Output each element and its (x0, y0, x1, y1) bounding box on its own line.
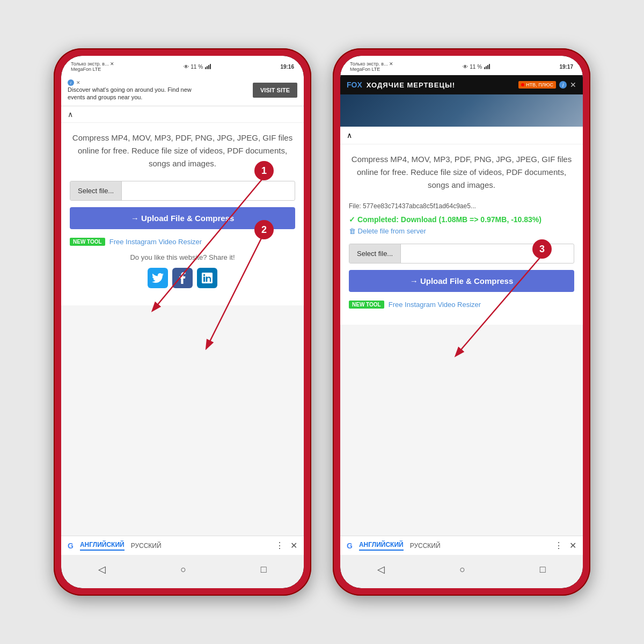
file-info-text: File: 577ee83c71437abca8c5f1ad64c9ae5... (349, 202, 574, 210)
delete-text[interactable]: 🗑 Delete file from server (349, 227, 574, 235)
file-input-display-1 (122, 185, 295, 196)
ntv-label: НТВ, ПЛЮС (526, 82, 553, 87)
linkedin-icon[interactable] (197, 268, 217, 288)
phone-1: Только экстр. в... ✕ MegaFon LTE 👁 11 % … (54, 48, 311, 596)
status-bar-1: Только экстр. в... ✕ MegaFon LTE 👁 11 % … (61, 56, 304, 75)
upload-compress-button-1[interactable]: → Upload File & Compress (70, 207, 295, 229)
signal-bars (205, 64, 211, 69)
fox-close-icon[interactable]: ✕ (570, 80, 576, 89)
main-content-2: Compress MP4, MOV, MP3, PDF, PNG, JPG, J… (340, 144, 583, 325)
status-center: 👁 11 % (184, 64, 211, 70)
new-tool-row-2: NEW TOOL Free Instagram Video Resizer (349, 301, 574, 309)
tool-link-2[interactable]: Free Instagram Video Resizer (389, 301, 481, 309)
status-left-bottom-2: MegaFon LTE (350, 67, 393, 72)
google-translate-icon: G (68, 541, 74, 550)
fox-logo: FOX (347, 80, 362, 89)
status-time-2: 19:17 (559, 64, 573, 70)
info-icon: i (68, 79, 74, 86)
new-tool-badge-1: NEW TOOL (70, 238, 105, 246)
inactive-language-2[interactable]: РУССКИЙ (410, 542, 441, 550)
ad-banner-1: i ✕ Discover what's going on around you.… (61, 75, 304, 106)
fox-info-icon: i (559, 81, 567, 89)
google-translate-icon-2: G (347, 541, 353, 550)
tool-link-1[interactable]: Free Instagram Video Resizer (109, 238, 202, 246)
active-language-2[interactable]: АНГЛИЙСКИЙ (359, 541, 404, 551)
file-input-display-2 (401, 248, 574, 259)
ntv-badge: НТВ, ПЛЮС (518, 81, 556, 89)
main-content-1: Compress MP4, MOV, MP3, PDF, PNG, JPG, J… (61, 123, 304, 305)
status-bar-2: Только экстр. в... ✕ MegaFon LTE 👁 11 % … (340, 56, 583, 75)
new-tool-row-1: NEW TOOL Free Instagram Video Resizer (70, 238, 295, 246)
status-left-top-2: Только экстр. в... ✕ (350, 61, 393, 67)
translate-close-button-2[interactable]: ✕ (569, 540, 576, 551)
translate-menu-dots-2[interactable]: ⋮ (554, 540, 563, 551)
upload-compress-button-2[interactable]: → Upload File & Compress (349, 270, 574, 292)
signal-bars-2 (484, 64, 490, 69)
facebook-icon[interactable] (172, 268, 193, 288)
fox-ad: FOX ХОДЯЧИЕ МЕРТВЕЦЫ! НТВ, ПЛЮС i ✕ (340, 75, 583, 94)
completed-text: ✓ Completed: Download (1.08MB => 0.97MB,… (349, 215, 574, 224)
file-select-row-1: Select file... (70, 181, 295, 201)
active-language-1[interactable]: АНГЛИЙСКИЙ (80, 541, 125, 551)
eye-icon-2: 👁 11 % (463, 64, 482, 70)
eye-icon: 👁 11 % (184, 64, 203, 70)
status-left-top: Только экстр. в... ✕ (71, 61, 114, 67)
status-left-bottom: MegaFon LTE (71, 67, 114, 72)
description-text-1: Compress MP4, MOV, MP3, PDF, PNG, JPG, J… (70, 131, 295, 170)
recent-button-2[interactable]: □ (529, 562, 557, 577)
description-text-2: Compress MP4, MOV, MP3, PDF, PNG, JPG, J… (349, 153, 574, 192)
translate-menu-dots[interactable]: ⋮ (275, 540, 284, 551)
home-button-1[interactable]: ○ (170, 562, 197, 577)
ntv-dot (521, 83, 524, 86)
ad-close[interactable]: ✕ (76, 80, 80, 85)
phone-2: Только экстр. в... ✕ MegaFon LTE 👁 11 % … (333, 48, 590, 596)
status-time: 19:16 (280, 64, 294, 70)
select-file-button-2[interactable]: Select file... (349, 244, 401, 263)
file-select-row-2: Select file... (349, 244, 574, 264)
social-icons (70, 268, 295, 288)
translate-close-button[interactable]: ✕ (290, 540, 297, 551)
back-button-1[interactable]: ◁ (87, 561, 116, 577)
inactive-language-1[interactable]: РУССКИЙ (131, 542, 162, 550)
recent-button-1[interactable]: □ (250, 562, 277, 577)
chevron-up-icon[interactable]: ∧ (68, 110, 73, 119)
page-up-chevron[interactable]: ∧ (347, 131, 352, 140)
ad-text: Discover what's going on around you. Fin… (68, 86, 196, 101)
fox-image-bar (340, 94, 583, 127)
ad-info: i ✕ (68, 79, 196, 86)
new-tool-badge-2: NEW TOOL (349, 301, 384, 309)
nav-bar-1: ◁ ○ □ (61, 555, 304, 588)
home-button-2[interactable]: ○ (449, 562, 476, 577)
fox-title: ХОДЯЧИЕ МЕРТВЕЦЫ! (367, 81, 455, 89)
visit-site-button[interactable]: VISIT SITE (253, 83, 297, 98)
page-content-1: ∧ Compress MP4, MOV, MP3, PDF, PNG, JPG,… (61, 106, 304, 536)
chevron-bar: ∧ (61, 106, 304, 123)
translate-bar-2: G АНГЛИЙСКИЙ РУССКИЙ ⋮ ✕ (340, 536, 583, 555)
twitter-icon[interactable] (148, 268, 168, 288)
select-file-button-1[interactable]: Select file... (70, 181, 122, 200)
back-button-2[interactable]: ◁ (367, 561, 396, 577)
page-arrow-bar: ∧ (340, 127, 583, 144)
nav-bar-2: ◁ ○ □ (340, 555, 583, 588)
page-content-2: Compress MP4, MOV, MP3, PDF, PNG, JPG, J… (340, 144, 583, 536)
status-center-2: 👁 11 % (463, 64, 490, 70)
share-text: Do you like this website? Share it! (70, 253, 295, 261)
translate-bar-1: G АНГЛИЙСКИЙ РУССКИЙ ⋮ ✕ (61, 536, 304, 555)
phones-container: Только экстр. в... ✕ MegaFon LTE 👁 11 % … (54, 48, 590, 596)
